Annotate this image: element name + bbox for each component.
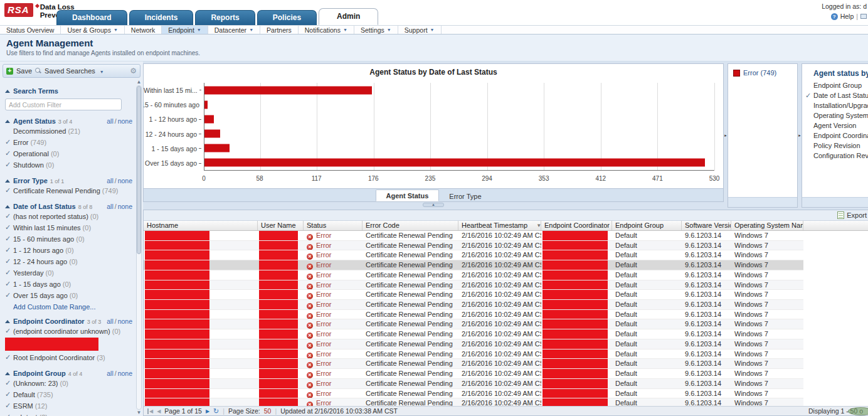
scrollbar-thumb[interactable] (137, 86, 141, 254)
filter-option-default[interactable]: ✓Default(735) (5, 389, 135, 400)
group-by-option-operating-system[interactable]: Operating System (802, 110, 868, 120)
table-row[interactable]: ✕ErrorCertificate Renewal Pending2/16/20… (144, 389, 803, 399)
next-page-button[interactable]: ▶ (206, 408, 209, 414)
collapse-chevron-icon[interactable] (5, 372, 10, 375)
table-row[interactable]: ✕ErrorCertificate Renewal Pending2/16/20… (144, 369, 803, 379)
subnav-item-datacenter[interactable]: Datacenter▼ (208, 26, 260, 34)
page-size-value[interactable]: 50 (264, 407, 272, 415)
scroll-down-icon[interactable]: ▼ (137, 410, 142, 415)
group-by-option-policy-revision[interactable]: Policy Revision (802, 141, 868, 151)
table-row[interactable]: ✕ErrorCertificate Renewal Pending2/16/20… (144, 398, 803, 406)
table-row[interactable]: ✕ErrorCertificate Renewal Pending2/16/20… (144, 241, 803, 251)
filter-option-decommissioned[interactable]: Decommissioned(21) (5, 125, 135, 136)
filter-option-usb-test[interactable]: ✓usb test(2) (5, 412, 135, 416)
select-all-link[interactable]: all (107, 177, 114, 184)
filter-option-1-12-hours-ago[interactable]: ✓1 - 12 hours ago(0) (5, 245, 135, 255)
group-by-option-configuration-revision[interactable]: Configuration Revision (802, 151, 868, 161)
column-header-endpoint-group[interactable]: Endpoint Group (612, 221, 682, 230)
select-none-link[interactable]: none (118, 370, 132, 377)
group-by-option-endpoint-group[interactable]: Endpoint Group (802, 80, 868, 90)
filter-option-unknown-23[interactable]: ✓(Unknown: 23)(0) (5, 378, 135, 388)
saved-searches-button[interactable]: Saved Searches ▼ (45, 67, 104, 75)
select-all-link[interactable]: all (107, 370, 114, 377)
chart-bar-12-24-hours-ago[interactable] (204, 130, 220, 138)
column-header-user-name[interactable]: User Name (258, 221, 304, 230)
chart-bar-1-15-days-ago[interactable] (204, 144, 230, 152)
filter-option-has-not-reported-status[interactable]: ✓(has not reported status)(0) (5, 211, 135, 221)
table-row[interactable]: ✕ErrorCertificate Renewal Pending2/16/20… (144, 231, 803, 241)
filter-option-certificate-renewal-pending[interactable]: ✓Certificate Renewal Pending(749) (5, 185, 135, 196)
export-button[interactable]: Export (847, 211, 867, 219)
filter-option-endpoint-coordinator-unknown[interactable]: ✓(endpoint coordinator unknown)(0) (5, 326, 135, 336)
table-row[interactable]: ✕ErrorCertificate Renewal Pending2/16/20… (144, 349, 803, 360)
subnav-item-support[interactable]: Support▼ (398, 26, 442, 34)
save-button[interactable]: Save (16, 67, 32, 75)
custom-filter-input[interactable] (5, 99, 122, 110)
group-by-option-date-of-last-status[interactable]: ✓Date of Last Status (802, 90, 868, 100)
previous-page-button[interactable]: ◀ (157, 408, 161, 414)
table-row[interactable]: ✕ErrorCertificate Renewal Pending2/16/20… (144, 270, 803, 280)
chart-bar-over-15-days-ago[interactable] (204, 159, 705, 167)
gear-icon[interactable]: ⚙ (130, 67, 137, 75)
collapse-chevron-icon[interactable] (5, 120, 10, 123)
tab-policies[interactable]: Policies (257, 10, 317, 25)
tab-admin[interactable]: Admin (319, 8, 378, 25)
table-row[interactable]: ✕ErrorCertificate Renewal Pending2/16/20… (144, 290, 803, 300)
table-row[interactable]: ✕ErrorCertificate Renewal Pending2/16/20… (144, 359, 803, 369)
table-row[interactable]: ✕ErrorCertificate Renewal Pending2/16/20… (144, 379, 803, 389)
table-row[interactable]: ✕ErrorCertificate Renewal Pending2/16/20… (144, 329, 803, 339)
subnav-item-status-overview[interactable]: Status Overview (0, 26, 61, 34)
filter-option-esrm[interactable]: ✓ESRM(12) (5, 400, 135, 411)
column-header-software-version[interactable]: Software Version (682, 221, 731, 230)
collapse-chevron-icon[interactable] (5, 320, 10, 323)
subnav-item-network[interactable]: Network (125, 26, 162, 34)
table-row[interactable]: ✕ErrorCertificate Renewal Pending2/16/20… (144, 280, 803, 291)
table-row[interactable]: ✕ErrorCertificate Renewal Pending2/16/20… (144, 300, 803, 310)
sidebar-scrollbar[interactable]: ▲ ▼ (135, 79, 143, 416)
select-none-link[interactable]: none (118, 203, 132, 210)
subnav-item-endpoint[interactable]: Endpoint▼ (162, 26, 208, 34)
subnav-item-user-groups[interactable]: User & Groups▼ (61, 26, 124, 34)
filter-option-1-15-days-ago[interactable]: ✓1 - 15 days ago(0) (5, 279, 135, 289)
subnav-item-settings[interactable]: Settings▼ (354, 26, 398, 34)
group-by-option-agent-version[interactable]: Agent Version (802, 120, 868, 131)
select-all-link[interactable]: all (107, 317, 114, 325)
help-link[interactable]: Help (840, 13, 854, 20)
column-header-status[interactable]: Status (304, 221, 363, 230)
table-row[interactable]: ✕ErrorCertificate Renewal Pending2/16/20… (144, 260, 803, 270)
chart-bar-15-60-minutes-ago[interactable] (204, 100, 208, 109)
filter-option-over-15-days-ago[interactable]: ✓Over 15 days ago(0) (5, 290, 135, 301)
select-all-link[interactable]: all (107, 117, 114, 125)
column-header-heartbeat-timestamp[interactable]: Heartbeat Timestamp▼ (458, 221, 541, 230)
add-custom-date-range-link[interactable]: Add Custom Date Range... (13, 303, 95, 311)
subnav-item-partners[interactable]: Partners (260, 26, 299, 34)
collapse-chevron-icon[interactable] (5, 205, 10, 208)
filter-option-yesterday[interactable]: ✓Yesterday(0) (5, 267, 135, 278)
group-by-option-endpoint-coordinator[interactable]: Endpoint Coordinator (802, 131, 868, 141)
collapse-chevron-icon[interactable] (5, 90, 10, 93)
subnav-item-notifications[interactable]: Notifications▼ (299, 26, 354, 34)
chart-bar-1-12-hours-ago[interactable] (204, 115, 214, 123)
table-row[interactable]: ✕ErrorCertificate Renewal Pending2/16/20… (144, 310, 803, 320)
column-header-operating-system-name[interactable]: Operating System Name (731, 221, 803, 230)
collapse-chevron-icon[interactable] (5, 179, 10, 183)
column-header-endpoint-coordinator[interactable]: Endpoint Coordinator (541, 221, 612, 230)
monitor-icon[interactable] (860, 14, 867, 19)
filter-option-shutdown[interactable]: ✓Shutdown(0) (5, 159, 135, 170)
filter-option-error[interactable]: ✓Error(749) (5, 137, 135, 147)
chart-tab-error-type[interactable]: Error Type (439, 191, 491, 201)
select-none-link[interactable]: none (118, 117, 132, 125)
filter-option-15-60-minutes-ago[interactable]: ✓15 - 60 minutes ago(0) (5, 233, 135, 244)
scrollbar-track[interactable] (136, 85, 142, 410)
tab-reports[interactable]: Reports (195, 10, 255, 25)
group-by-option-installation-upgrade[interactable]: Installation/Upgrade (802, 100, 868, 110)
select-all-link[interactable]: all (107, 203, 114, 210)
tab-dashboard[interactable]: Dashboard (56, 10, 127, 25)
table-row[interactable]: ✕ErrorCertificate Renewal Pending2/16/20… (144, 339, 803, 349)
chart-tab-agent-status[interactable]: Agent Status (376, 189, 440, 201)
collapse-chart-handle[interactable]: ▲ (423, 203, 444, 207)
select-none-link[interactable]: none (118, 317, 132, 325)
table-row[interactable]: ✕ErrorCertificate Renewal Pending2/16/20… (144, 319, 803, 329)
column-header-error-code[interactable]: Error Code (363, 221, 458, 230)
first-page-button[interactable]: ◀ (147, 408, 153, 414)
